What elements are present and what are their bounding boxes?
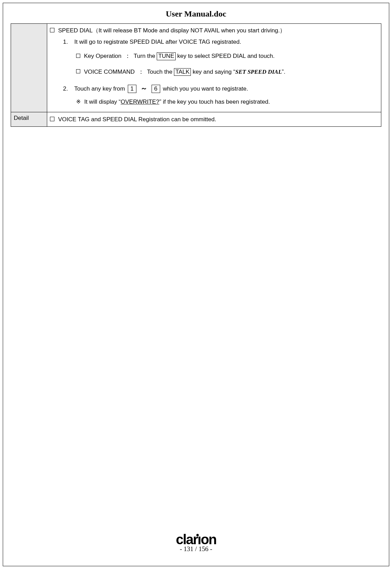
overwrite-text: OVERWRITE?	[121, 99, 159, 105]
key-1-box: 1	[128, 85, 136, 93]
item-2: 2. Touch any key from 1 ～ 6 which you yo…	[50, 83, 378, 94]
voice-command-line: VOICE COMMAND ： Touch the TALK key and s…	[50, 67, 378, 76]
checkbox-icon	[76, 69, 80, 73]
checkbox-icon	[50, 28, 54, 32]
page-current: 131	[184, 545, 194, 552]
page-number: - 131 / 156 -	[3, 545, 389, 553]
voice-cmd-mid: key and saying	[193, 69, 231, 75]
document-title: User Manual.doc	[11, 9, 381, 19]
period: .	[284, 69, 286, 75]
speed-dial-title-line: SPEED DIAL（It will release BT Mode and d…	[50, 26, 378, 35]
page-border: User Manual.doc SPEED DIAL（It will relea…	[3, 3, 389, 566]
clarion-logo: clarıon	[3, 532, 389, 546]
tune-key-box: TUNE	[157, 52, 175, 60]
item-1: 1. It will go to registrate SPEED DIAL a…	[50, 37, 378, 46]
item1-text: It will go to registrate SPEED DIAL afte…	[74, 39, 241, 45]
page-sep: /	[195, 545, 197, 552]
item2-number: 2.	[63, 84, 73, 93]
logo-dot-icon	[196, 534, 199, 536]
tilde-icon: ～	[141, 84, 147, 92]
item1-number: 1.	[63, 37, 73, 46]
reference-mark-icon: ※	[76, 99, 81, 105]
close-quote: ”	[159, 99, 161, 105]
note-suffix: if the key you touch has been registrate…	[163, 99, 270, 105]
voice-cmd-label: VOICE COMMAND	[84, 69, 135, 75]
checkbox-icon	[76, 54, 80, 58]
page-total: 156	[198, 545, 208, 552]
talk-key-box: TALK	[174, 68, 191, 76]
key-6-box: 6	[152, 85, 160, 93]
note-line: ※ It will display “OVERWRITE?” if the ke…	[50, 97, 378, 106]
table-row-speed-dial: SPEED DIAL（It will release BT Mode and d…	[11, 24, 381, 112]
speed-dial-title: SPEED DIAL（It will release BT Mode and d…	[58, 27, 286, 34]
page-footer: clarıon - 131 / 156 -	[3, 532, 389, 553]
row1-content-cell: SPEED DIAL（It will release BT Mode and d…	[47, 24, 381, 112]
voice-cmd-prefix: Touch the	[147, 69, 173, 75]
page-prefix: -	[180, 545, 182, 552]
checkbox-icon	[50, 117, 54, 121]
content-wrapper: User Manual.doc SPEED DIAL（It will relea…	[3, 3, 389, 133]
separator: ：	[138, 69, 144, 75]
key-op-suffix: key to select SPEED DIAL and touch.	[177, 53, 275, 59]
separator: ：	[125, 53, 131, 59]
note-prefix: It will display	[84, 99, 117, 105]
table-row-detail: Detail VOICE TAG and SPEED DIAL Registra…	[11, 112, 381, 126]
row1-label-cell	[11, 24, 47, 112]
row2-label-cell: Detail	[11, 112, 47, 126]
page-suffix: -	[210, 545, 212, 552]
voice-phrase: SET SPEED DIAL	[235, 69, 282, 75]
detail-text: VOICE TAG and SPEED DIAL Registration ca…	[58, 116, 216, 123]
manual-table: SPEED DIAL（It will release BT Mode and d…	[11, 23, 381, 127]
key-operation-line: Key Operation ： Turn the TUNE key to sel…	[50, 51, 378, 61]
item2-suffix: which you you want to registrate.	[163, 85, 248, 92]
row2-content-cell: VOICE TAG and SPEED DIAL Registration ca…	[47, 112, 381, 126]
item2-prefix: Touch any key from	[74, 85, 125, 92]
key-op-label: Key Operation	[84, 53, 122, 59]
key-op-prefix: Turn the	[134, 53, 155, 59]
